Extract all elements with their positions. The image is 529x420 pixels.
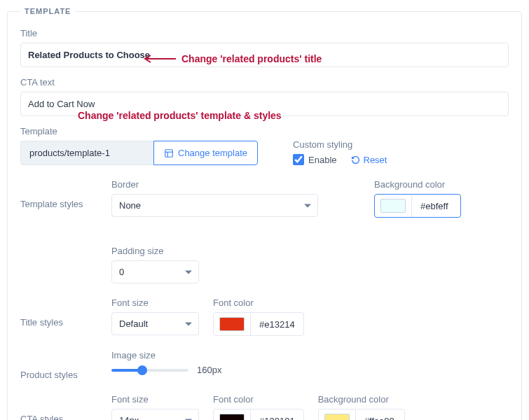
cta-fontcolor-hex: #130101	[250, 410, 303, 421]
enable-label: Enable	[308, 155, 336, 165]
enable-checkbox[interactable]	[293, 154, 304, 165]
cta-styles-label: CTA styles	[20, 394, 97, 420]
template-styles-label: Template styles	[20, 179, 97, 209]
cta-text-label: CTA text	[20, 77, 509, 88]
cta-fontsize-label: Font size	[111, 394, 199, 405]
fieldset-legend: TEMPLATE	[20, 7, 75, 15]
enable-wrap[interactable]: Enable	[293, 154, 336, 165]
template-row: Template products/template-1 Change temp…	[20, 126, 509, 165]
cta-text-input[interactable]	[20, 92, 509, 116]
title-label: Title	[20, 28, 509, 38]
title-styles-row: Title styles Font size Default Font colo…	[20, 298, 509, 336]
cta-bgcolor-swatch	[324, 414, 350, 420]
bgcolor-label: Background color	[374, 179, 461, 190]
change-template-button[interactable]: Change template	[153, 141, 258, 165]
title-fontcolor-label: Font color	[213, 298, 304, 308]
template-label: Template	[20, 126, 258, 136]
image-size-value: 160px	[197, 365, 221, 375]
padding-label: Padding size	[111, 246, 199, 256]
product-styles-label: Product styles	[20, 350, 97, 380]
cta-text-group: CTA text	[20, 77, 509, 116]
reset-button[interactable]: Reset	[351, 155, 387, 165]
cta-bgcolor-col: Background color #ffea80	[318, 394, 405, 420]
cta-fontcolor-control[interactable]: #130101	[213, 409, 304, 420]
cta-fontcolor-col: Font color #130101	[213, 394, 304, 420]
bgcolor-col: Background color #ebfeff	[374, 179, 461, 218]
border-label: Border	[111, 179, 318, 190]
title-fontsize-label: Font size	[111, 298, 199, 308]
cta-bgcolor-label: Background color	[318, 394, 405, 405]
title-fontsize-select[interactable]: Default	[111, 312, 199, 335]
bgcolor-control[interactable]: #ebfeff	[374, 194, 461, 218]
cta-fontsize-select[interactable]: 14px	[111, 409, 199, 420]
image-size-slider[interactable]: 160px	[111, 365, 221, 375]
title-fontcolor-swatch	[219, 317, 245, 331]
template-styles-row: Template styles Border None Background c…	[20, 179, 509, 284]
template-icon	[164, 148, 174, 158]
template-group: Template products/template-1 Change temp…	[20, 126, 258, 165]
custom-styling-row: Enable Reset	[293, 154, 387, 165]
bgcolor-swatch	[380, 199, 406, 213]
cta-fontsize-col: Font size 14px	[111, 394, 199, 420]
title-fontcolor-control[interactable]: #e13214	[213, 312, 304, 336]
title-group: Title	[20, 28, 509, 67]
slider-track[interactable]	[111, 369, 188, 372]
custom-styling-label: Custom styling	[293, 139, 387, 150]
custom-styling-group: Custom styling Enable Reset	[293, 139, 387, 165]
cta-bgcolor-control[interactable]: #ffea80	[318, 409, 405, 420]
title-fontsize-col: Font size Default	[111, 298, 199, 336]
template-value: products/template-1	[20, 141, 153, 165]
svg-rect-2	[165, 149, 173, 157]
cta-bgcolor-hex: #ffea80	[355, 410, 404, 421]
border-select[interactable]: None	[111, 194, 318, 217]
title-styles-label: Title styles	[20, 298, 97, 328]
image-size-label: Image size	[111, 350, 221, 360]
title-fontcolor-col: Font color #e13214	[213, 298, 304, 336]
cta-styles-row: CTA styles Font size 14px Font color #13…	[20, 394, 509, 420]
template-selector: products/template-1 Change template	[20, 141, 258, 165]
padding-select[interactable]: 0	[111, 260, 199, 284]
image-size-col: Image size 160px	[111, 350, 221, 375]
template-fieldset: TEMPLATE Title Change 'related products'…	[7, 7, 522, 420]
title-input[interactable]	[20, 43, 509, 67]
border-col: Border None	[111, 179, 318, 218]
product-styles-row: Product styles Image size 160px	[20, 350, 509, 380]
slider-thumb[interactable]	[137, 365, 147, 375]
bgcolor-hex: #ebfeff	[411, 195, 460, 217]
undo-icon	[351, 155, 360, 164]
cta-fontcolor-label: Font color	[213, 394, 304, 405]
cta-fontcolor-swatch	[219, 414, 245, 420]
title-fontcolor-hex: #e13214	[250, 314, 303, 335]
padding-col: Padding size 0	[111, 246, 199, 284]
